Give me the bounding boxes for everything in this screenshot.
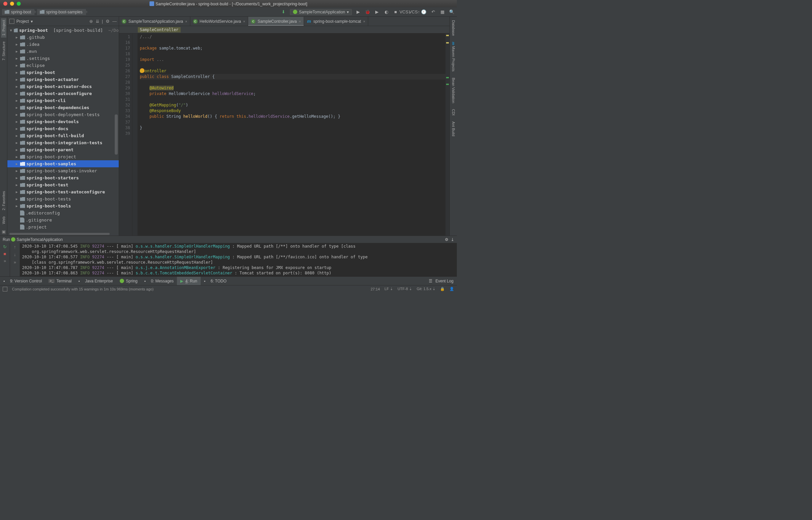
warning-marker[interactable] — [446, 35, 449, 36]
bottom-bar-button[interactable]: >_Terminal — [45, 277, 75, 285]
tool-windows-toggle[interactable] — [3, 287, 7, 291]
tree-folder[interactable]: spring-boot-devtools — [7, 118, 119, 125]
chevron-down-icon[interactable]: ▾ — [31, 19, 33, 24]
tree-folder[interactable]: .mvn — [7, 48, 119, 55]
bottom-bar-button[interactable]: ▪9: Version Control — [0, 277, 45, 285]
expand-icon[interactable] — [15, 134, 19, 137]
expand-icon[interactable] — [15, 162, 19, 166]
expand-icon[interactable] — [15, 56, 19, 60]
read-only-toggle-icon[interactable]: 🔒 — [440, 287, 445, 291]
ok-marker[interactable] — [446, 77, 449, 78]
tool-window-button-cdi[interactable]: CDI — [451, 107, 456, 118]
console-output[interactable]: 2020-10-10 17:47:08.545 INFO 92274 --- [… — [20, 243, 457, 277]
tool-window-button-bean-validation[interactable]: Bean Validation — [451, 76, 456, 105]
tree-folder[interactable]: spring-boot-actuator-docs — [7, 83, 119, 90]
tree-folder[interactable]: .idea — [7, 41, 119, 48]
ok-marker[interactable] — [446, 84, 449, 85]
breadcrumb-item[interactable]: spring-boot-samples — [37, 9, 86, 15]
expand-icon[interactable] — [15, 50, 19, 53]
hide-panel-icon[interactable]: ⤓ — [451, 237, 454, 242]
tree-folder[interactable]: spring-boot — [7, 69, 119, 76]
fold-gutter[interactable] — [132, 33, 138, 236]
expand-icon[interactable] — [15, 35, 19, 39]
project-structure-button[interactable]: ▦ — [439, 9, 445, 15]
down-icon[interactable]: ↓ — [14, 252, 16, 257]
rerun-button[interactable]: ↻ — [3, 244, 7, 249]
horizontal-scrollbar[interactable] — [7, 232, 119, 236]
editor-tab[interactable]: CSampleTomcatApplication.java× — [119, 17, 190, 26]
editor-tab[interactable]: CHelloWorldService.java× — [190, 17, 248, 26]
collapse-all-icon[interactable]: ⇊ — [96, 19, 99, 24]
expand-icon[interactable] — [15, 148, 19, 152]
expand-icon[interactable] — [15, 176, 19, 180]
more-button[interactable]: » — [4, 258, 6, 263]
hide-panel-icon[interactable]: — — [112, 19, 117, 24]
expand-icon[interactable] — [15, 92, 19, 95]
tree-file[interactable]: .gitignore — [7, 216, 119, 224]
expand-icon[interactable] — [15, 127, 19, 130]
expand-icon[interactable] — [15, 78, 19, 81]
scroll-from-source-icon[interactable]: ⊕ — [89, 19, 93, 24]
line-separator[interactable]: LF ⇣ — [385, 287, 393, 291]
tree-file[interactable]: .project — [7, 224, 119, 231]
gear-icon[interactable]: ⚙ — [445, 237, 449, 242]
tool-window-button-structure[interactable]: 7: Structure — [1, 40, 6, 62]
bottom-bar-button[interactable]: ▪0: Messages — [141, 277, 177, 285]
tool-window-button-web[interactable]: Web — [1, 214, 6, 226]
stop-button[interactable]: ■ — [393, 9, 399, 15]
error-stripe[interactable] — [445, 33, 450, 236]
tree-folder[interactable]: spring-boot-deployment-tests — [7, 111, 119, 118]
expand-icon[interactable] — [15, 141, 19, 145]
run-configuration-dropdown[interactable]: SampleTomcatApplication ▾ — [290, 9, 352, 15]
tree-file[interactable]: .editorconfig — [7, 209, 119, 216]
tree-folder[interactable]: spring-boot-tests — [7, 196, 119, 203]
close-tab-icon[interactable]: × — [299, 19, 301, 23]
bottom-bar-button[interactable]: ▶4: Run — [177, 277, 200, 285]
breadcrumb-item[interactable]: spring-boot — [2, 9, 34, 15]
close-tab-icon[interactable]: × — [185, 19, 187, 23]
caret-position[interactable]: 27:14 — [371, 287, 380, 291]
close-tab-icon[interactable]: × — [363, 19, 365, 23]
bottom-bar-button[interactable]: Spring — [116, 277, 141, 285]
editor-breadcrumb[interactable]: SampleController — [119, 26, 450, 33]
tool-window-button-project[interactable]: 1: Project — [1, 18, 6, 37]
expand-icon[interactable] — [15, 190, 19, 194]
vcs-commit-button[interactable]: VCS↑ — [411, 9, 417, 15]
expand-icon[interactable] — [15, 106, 19, 109]
tool-window-button-favorites[interactable]: 2: Favorites — [1, 189, 6, 212]
editor-tab[interactable]: mspring-boot-sample-tomcat× — [304, 17, 368, 26]
inspection-icon[interactable]: 👤 — [450, 287, 454, 291]
event-log-button[interactable]: ☰Event Log — [425, 277, 457, 285]
tool-window-button-maven[interactable]: m Maven Projects — [451, 40, 456, 74]
run-button[interactable]: ▶ — [355, 9, 361, 15]
expand-icon[interactable] — [15, 85, 19, 88]
expand-icon[interactable] — [15, 99, 19, 102]
expand-icon[interactable] — [15, 43, 19, 46]
project-tree[interactable]: spring-boot [spring-boot-build] ~/Do .gi… — [7, 26, 119, 232]
tree-folder[interactable]: spring-boot-full-build — [7, 132, 119, 139]
compile-icon[interactable]: ⬇ — [280, 9, 287, 15]
tree-folder[interactable]: spring-boot-autoconfigure — [7, 90, 119, 97]
revert-button[interactable]: ↶ — [430, 9, 436, 15]
expand-icon[interactable] — [15, 120, 19, 124]
expand-icon[interactable] — [15, 204, 19, 208]
tree-folder[interactable]: spring-boot-dependencies — [7, 104, 119, 111]
up-icon[interactable]: ↑ — [14, 244, 16, 249]
gear-icon[interactable]: ⚙ — [106, 19, 110, 24]
project-panel-title[interactable]: Project — [17, 19, 29, 24]
tree-folder[interactable]: spring-boot-actuator — [7, 76, 119, 83]
tree-folder[interactable]: .github — [7, 34, 119, 41]
stop-button[interactable]: ■ — [4, 251, 6, 256]
close-tab-icon[interactable]: × — [243, 19, 245, 23]
expand-icon[interactable] — [9, 28, 12, 32]
expand-icon[interactable] — [15, 183, 19, 187]
git-branch[interactable]: Git: 1.5.x ⇣ — [417, 287, 435, 291]
expand-icon[interactable] — [15, 113, 19, 116]
coverage-button[interactable]: ▶ — [374, 9, 380, 15]
debug-button[interactable]: 🐞 — [364, 9, 371, 15]
bottom-bar-button[interactable]: ▪6: TODO — [201, 277, 230, 285]
profile-button[interactable]: ◐ — [383, 9, 389, 15]
tool-window-button-database[interactable]: Database — [451, 18, 456, 38]
tree-folder[interactable]: spring-boot-tools — [7, 203, 119, 209]
expand-icon[interactable] — [15, 169, 19, 173]
